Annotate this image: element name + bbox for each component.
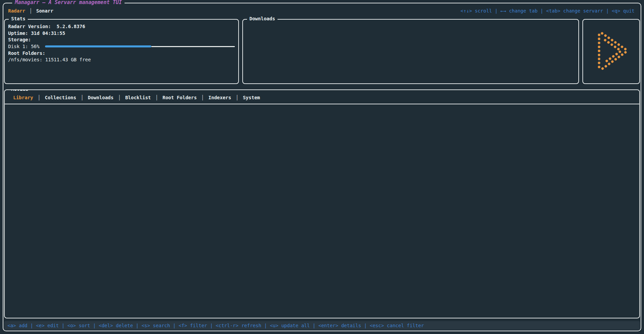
servarr-tabs: Radarr│Sonarr <box>8 8 58 14</box>
movies-tab-bar: Library│Collections│Downloads│Blocklist│… <box>5 90 639 104</box>
tab-library[interactable]: Library <box>9 95 38 100</box>
tab-downloads[interactable]: Downloads <box>84 95 118 100</box>
root-folders-label: Root Folders: <box>8 50 235 57</box>
stats-panel: Stats Radarr Version: 5.2.6.8376 Uptime:… <box>4 19 239 84</box>
tab-separator: │ <box>81 95 83 100</box>
tab-separator: │ <box>38 95 40 100</box>
uptime: Uptime: 31d 04:31:55 <box>8 30 235 37</box>
radarr-version: Radarr Version: 5.2.6.8376 <box>8 23 235 30</box>
logo-panel <box>582 19 640 84</box>
downloads-panel: Downloads <box>242 19 579 84</box>
tab-separator: │ <box>155 95 158 100</box>
servarr-tab-radarr[interactable]: Radarr <box>8 8 29 14</box>
managarr-logo-icon <box>589 25 634 78</box>
disk-usage-bar <box>45 43 235 50</box>
movies-panel: Movies Library│Collections│Downloads│Blo… <box>4 89 640 318</box>
root-folder-value: /nfs/movies: 11511.43 GB free <box>8 56 235 63</box>
top-panels: Stats Radarr Version: 5.2.6.8376 Uptime:… <box>4 19 640 84</box>
tab-separator: │ <box>236 95 238 100</box>
tab-system[interactable]: System <box>239 95 265 100</box>
tab-collections[interactable]: Collections <box>40 95 81 100</box>
servarr-tab-sonarr[interactable]: Sonarr <box>32 8 58 14</box>
table-header <box>5 107 639 115</box>
downloads-panel-title: Downloads <box>247 16 277 21</box>
tab-separator: │ <box>29 8 32 14</box>
tab-separator: │ <box>118 95 120 100</box>
disk-usage-label: Disk 1: 56% <box>8 44 42 49</box>
storage-label: Storage: <box>8 36 235 43</box>
movies-panel-title: Movies <box>9 89 31 92</box>
app-title: Managarr – A Servarr management TUI <box>12 0 125 5</box>
stats-panel-title: Stats <box>9 16 28 21</box>
tab-separator: │ <box>201 95 204 100</box>
managarr-window: Managarr – A Servarr management TUI Rada… <box>3 3 641 331</box>
tab-root-folders[interactable]: Root Folders <box>158 95 201 100</box>
tab-blocklist[interactable]: Blocklist <box>121 95 155 100</box>
context-keybindings-bar: <a> add | <e> edit | <o> sort | <del> de… <box>4 321 640 330</box>
tab-indexers[interactable]: Indexers <box>204 95 236 100</box>
disk-usage-gauge: Disk 1: 56% <box>8 43 235 50</box>
global-keybindings: <↑↓> scroll | ←→ change tab | <tab> chan… <box>461 8 635 14</box>
